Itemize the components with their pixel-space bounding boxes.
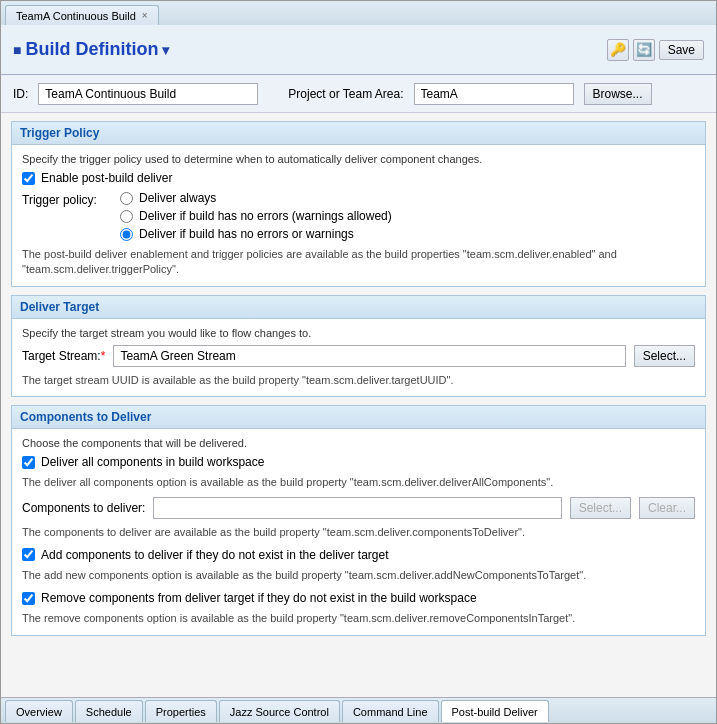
remove-components-checkbox[interactable] xyxy=(22,592,35,605)
trigger-policy-options-row: Trigger policy: Deliver always Deliver i… xyxy=(22,191,695,241)
radio-no-errors-warnings-label: Deliver if build has no errors or warnin… xyxy=(139,227,354,241)
radio-no-errors[interactable] xyxy=(120,210,133,223)
bottom-tabs: Overview Schedule Properties Jazz Source… xyxy=(1,697,716,723)
header-bar: ■ Build Definition ▾ 🔑 🔄 Save xyxy=(1,25,716,75)
tab-schedule[interactable]: Schedule xyxy=(75,700,143,722)
title-tab-bar: TeamA Continuous Build × xyxy=(1,1,716,25)
enable-postbuild-row: Enable post-build deliver xyxy=(22,171,695,185)
id-input[interactable] xyxy=(38,83,258,105)
project-input[interactable] xyxy=(414,83,574,105)
tab-overview[interactable]: Overview xyxy=(5,700,73,722)
radio-no-errors-label: Deliver if build has no errors (warnings… xyxy=(139,209,392,223)
stream-label: Target Stream:* xyxy=(22,349,105,363)
deliver-all-checkbox[interactable] xyxy=(22,456,35,469)
components-header: Components to Deliver xyxy=(12,406,705,429)
components-select-button[interactable]: Select... xyxy=(570,497,631,519)
deliver-all-note: The deliver all components option is ava… xyxy=(22,475,695,490)
header-actions: 🔑 🔄 Save xyxy=(607,39,704,61)
trigger-policy-body: Specify the trigger policy used to deter… xyxy=(12,145,705,286)
trigger-policy-section: Trigger Policy Specify the trigger polic… xyxy=(11,121,706,287)
tab-properties[interactable]: Properties xyxy=(145,700,217,722)
remove-components-row: Remove components from deliver target if… xyxy=(22,591,695,605)
components-desc: Choose the components that will be deliv… xyxy=(22,437,695,449)
browse-button[interactable]: Browse... xyxy=(584,83,652,105)
trigger-policy-header: Trigger Policy xyxy=(12,122,705,145)
save-button[interactable]: Save xyxy=(659,40,704,60)
project-label: Project or Team Area: xyxy=(288,87,403,101)
dropdown-arrow[interactable]: ▾ xyxy=(162,42,169,58)
add-components-row: Add components to deliver if they do not… xyxy=(22,548,695,562)
radio-deliver-always-label: Deliver always xyxy=(139,191,216,205)
close-icon[interactable]: × xyxy=(142,10,148,21)
stream-select-button[interactable]: Select... xyxy=(634,345,695,367)
enable-postbuild-checkbox[interactable] xyxy=(22,172,35,185)
trigger-policy-desc: Specify the trigger policy used to deter… xyxy=(22,153,695,165)
tab-post-build-deliver[interactable]: Post-build Deliver xyxy=(441,700,549,722)
tab-jazz-source-control[interactable]: Jazz Source Control xyxy=(219,700,340,722)
remove-components-label: Remove components from deliver target if… xyxy=(41,591,477,605)
required-star: * xyxy=(101,349,106,363)
stream-input[interactable] xyxy=(113,345,625,367)
radio-row-1: Deliver if build has no errors (warnings… xyxy=(120,209,392,223)
components-note: The components to deliver are available … xyxy=(22,525,695,540)
deliver-all-label: Deliver all components in build workspac… xyxy=(41,455,264,469)
components-body: Choose the components that will be deliv… xyxy=(12,429,705,635)
components-input[interactable] xyxy=(153,497,561,519)
id-label: ID: xyxy=(13,87,28,101)
refresh-icon-button[interactable]: 🔄 xyxy=(633,39,655,61)
trigger-label: Trigger policy: xyxy=(22,191,112,207)
window: TeamA Continuous Build × ■ Build Definit… xyxy=(0,0,717,724)
radio-row-0: Deliver always xyxy=(120,191,392,205)
components-to-deliver-label: Components to deliver: xyxy=(22,501,145,515)
deliver-target-note: The target stream UUID is available as t… xyxy=(22,373,695,388)
deliver-target-header: Deliver Target xyxy=(12,296,705,319)
add-components-checkbox[interactable] xyxy=(22,548,35,561)
key-icon-button[interactable]: 🔑 xyxy=(607,39,629,61)
add-components-note: The add new components option is availab… xyxy=(22,568,695,583)
id-row: ID: Project or Team Area: Browse... xyxy=(1,75,716,113)
deliver-target-desc: Specify the target stream you would like… xyxy=(22,327,695,339)
stream-row: Target Stream:* Select... xyxy=(22,345,695,367)
trigger-policy-note: The post-build deliver enablement and tr… xyxy=(22,247,695,278)
page-title-text: Build Definition xyxy=(25,39,158,60)
radio-group: Deliver always Deliver if build has no e… xyxy=(120,191,392,241)
tab-command-line[interactable]: Command Line xyxy=(342,700,439,722)
window-tab[interactable]: TeamA Continuous Build × xyxy=(5,5,159,25)
deliver-target-section: Deliver Target Specify the target stream… xyxy=(11,295,706,397)
build-definition-checkbox[interactable]: ■ xyxy=(13,42,21,58)
remove-components-note: The remove components option is availabl… xyxy=(22,611,695,626)
add-components-label: Add components to deliver if they do not… xyxy=(41,548,389,562)
enable-postbuild-label: Enable post-build deliver xyxy=(41,171,172,185)
page-title: ■ Build Definition ▾ xyxy=(13,39,169,60)
components-row: Components to deliver: Select... Clear..… xyxy=(22,497,695,519)
radio-no-errors-warnings[interactable] xyxy=(120,228,133,241)
deliver-all-row: Deliver all components in build workspac… xyxy=(22,455,695,469)
radio-deliver-always[interactable] xyxy=(120,192,133,205)
window-tab-label: TeamA Continuous Build xyxy=(16,10,136,22)
components-clear-button[interactable]: Clear... xyxy=(639,497,695,519)
components-section: Components to Deliver Choose the compone… xyxy=(11,405,706,636)
deliver-target-body: Specify the target stream you would like… xyxy=(12,319,705,396)
main-content: Trigger Policy Specify the trigger polic… xyxy=(1,113,716,697)
radio-row-2: Deliver if build has no errors or warnin… xyxy=(120,227,392,241)
